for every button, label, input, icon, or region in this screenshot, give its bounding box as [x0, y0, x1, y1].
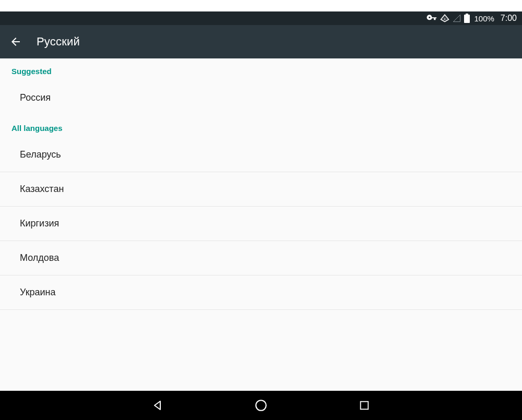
list-item[interactable]: Россия	[0, 81, 522, 115]
section-suggested: Россия	[0, 81, 522, 115]
list-item-label: Молдова	[20, 253, 59, 263]
circle-home-icon	[254, 399, 268, 412]
back-button[interactable]	[9, 35, 22, 48]
svg-rect-4	[361, 402, 369, 410]
nav-recent-button[interactable]	[357, 398, 372, 413]
status-clock: 7:00	[501, 14, 517, 23]
status-bar: 100% 7:00	[0, 11, 522, 25]
nav-home-button[interactable]	[254, 398, 268, 413]
list-item-label: Россия	[20, 92, 51, 103]
section-all-header: All languages	[0, 115, 522, 138]
list-item[interactable]: Беларусь	[0, 138, 522, 172]
nav-back-button[interactable]	[150, 398, 165, 413]
page-title: Русский	[37, 35, 80, 49]
list-item-label: Украина	[20, 287, 56, 297]
svg-point-0	[444, 18, 445, 19]
square-recent-icon	[359, 400, 370, 411]
battery-percentage: 100%	[474, 14, 494, 23]
list-item-label: Казахстан	[20, 184, 64, 194]
svg-rect-2	[466, 14, 468, 15]
wifi-icon	[440, 14, 449, 23]
list-item[interactable]: Казахстан	[0, 172, 522, 207]
list-item[interactable]: Украина	[0, 275, 522, 310]
battery-icon	[464, 14, 470, 23]
section-all: Беларусь Казахстан Киргизия Молдова Укра…	[0, 138, 522, 310]
svg-point-3	[256, 400, 266, 411]
list-item[interactable]: Киргизия	[0, 207, 522, 241]
arrow-back-icon	[9, 35, 22, 49]
language-list: Suggested Россия All languages Беларусь …	[0, 58, 522, 391]
navigation-bar	[0, 391, 522, 420]
list-item-label: Беларусь	[20, 149, 61, 160]
triangle-back-icon	[151, 399, 164, 412]
app-bar: Русский	[0, 25, 522, 58]
device-frame: 100% 7:00 Русский Suggested Россия All l…	[0, 11, 522, 420]
list-item[interactable]: Молдова	[0, 241, 522, 275]
section-suggested-header: Suggested	[0, 58, 522, 81]
svg-rect-1	[464, 15, 470, 23]
vpn-key-icon	[426, 13, 437, 23]
cell-signal-icon	[453, 14, 461, 22]
list-item-label: Киргизия	[20, 218, 59, 229]
